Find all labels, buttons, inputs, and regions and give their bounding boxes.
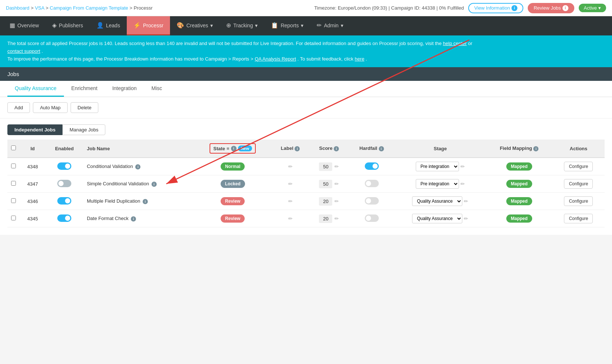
row-4346-job-name: Multiple Field Duplication i (83, 193, 194, 210)
banner-text1: The total score of all applied Processr … (7, 41, 443, 46)
active-button[interactable]: Active ▾ (579, 4, 606, 12)
row-4345-stage-select[interactable]: Quality Assurance (412, 214, 462, 223)
row-4346-configure-button[interactable]: Configure (564, 196, 593, 206)
row-4347-configure-button[interactable]: Configure (564, 179, 593, 189)
row-4348-state: Normal (194, 158, 271, 175)
manage-jobs-button[interactable]: Manage Jobs (62, 124, 105, 135)
row-4346-stage-edit-icon[interactable]: ✏ (464, 198, 468, 204)
row-4345-hardfail[interactable] (349, 210, 395, 227)
row-4348-stage-select[interactable]: Pre integration (416, 162, 459, 171)
row-4346-score-edit-icon[interactable]: ✏ (334, 198, 339, 204)
row-4346-enabled[interactable] (45, 193, 83, 210)
row-4345-stage-edit-icon[interactable]: ✏ (464, 216, 468, 222)
nav-tracking[interactable]: ⊕ Tracking ▾ (220, 16, 264, 35)
top-bar: Dashboard > VSA > Campaign From Campaign… (0, 0, 612, 16)
row-4345-checkbox[interactable] (11, 216, 16, 220)
row-4346-checkbox[interactable] (11, 198, 16, 203)
row-4348-label: ✏ (271, 158, 309, 175)
filter-icon[interactable]: ≡ (227, 146, 229, 151)
info-banner: The total score of all applied Processr … (0, 35, 612, 67)
row-4348-hardfail-toggle[interactable] (365, 162, 379, 170)
row-4346-toggle[interactable] (57, 197, 71, 205)
independent-jobs-button[interactable]: Independent Jobs (7, 124, 62, 135)
row-4345-label-edit-icon[interactable]: ✏ (288, 216, 293, 222)
row-4346-stage-select[interactable]: Quality Assurance (412, 196, 462, 206)
row-4348-score-edit-icon[interactable]: ✏ (334, 164, 339, 169)
select-all-checkbox[interactable] (11, 145, 16, 150)
row-4348-configure-button[interactable]: Configure (564, 162, 593, 171)
tab-enrichment[interactable]: Enrichment (64, 81, 105, 97)
nav-overview[interactable]: ▦ Overview (3, 16, 45, 35)
row-4347-score-edit-icon[interactable]: ✏ (334, 181, 339, 187)
row-4345-hardfail-toggle[interactable] (365, 214, 379, 222)
breadcrumb-campaign[interactable]: Campaign From Campaign Template (50, 5, 128, 11)
score-info-icon: i (334, 146, 339, 151)
row-4346-score: 20 ✏ (309, 193, 349, 210)
tab-misc[interactable]: Misc (144, 81, 170, 97)
row-4346-info-icon: i (143, 199, 148, 204)
row-4346-id: 4346 (20, 193, 45, 210)
nav-admin[interactable]: ✏ Admin ▾ (310, 16, 350, 35)
nav-processr[interactable]: ⚡ Processr (127, 16, 170, 35)
row-4345-field-mapping: Mapped (486, 210, 552, 227)
breadcrumb-vsa[interactable]: VSA (35, 5, 44, 11)
banner-here-link[interactable]: here (355, 56, 364, 62)
row-4346-hardfail-toggle[interactable] (365, 197, 379, 205)
row-4347-stage-select[interactable]: Pre integration (416, 179, 459, 189)
tab-integration[interactable]: Integration (105, 81, 144, 97)
row-4348-checkbox[interactable] (11, 164, 16, 168)
banner-text6: . (366, 56, 367, 62)
banner-qa-report-link[interactable]: QA Analysis Report (255, 56, 296, 62)
publishers-icon: ◈ (52, 22, 57, 29)
banner-text3: . (42, 48, 43, 54)
add-button[interactable]: Add (7, 102, 30, 113)
delete-button[interactable]: Delete (71, 102, 99, 113)
row-4345-score-edit-icon[interactable]: ✏ (334, 216, 339, 222)
row-4348-job-name: Conditional Validation i (83, 158, 194, 175)
row-4347-actions: Configure (552, 175, 605, 193)
row-4345-toggle[interactable] (57, 214, 71, 222)
table-row: 4347 Simple Conditional Validation i Loc… (7, 175, 605, 193)
row-4348-toggle[interactable] (57, 162, 71, 170)
row-4347-stage-edit-icon[interactable]: ✏ (460, 181, 465, 187)
banner-text4: To improve the performance of this page,… (7, 56, 255, 62)
nav-publishers[interactable]: ◈ Publishers (45, 16, 89, 35)
auto-map-button[interactable]: Auto Map (33, 102, 68, 113)
nav-overview-label: Overview (17, 23, 39, 28)
label-info-icon: i (295, 146, 300, 151)
row-4348-score-value: 50 (319, 162, 332, 171)
row-4345-configure-button[interactable]: Configure (564, 214, 593, 223)
row-4346-hardfail[interactable] (349, 193, 395, 210)
row-4348-hardfail[interactable] (349, 158, 395, 175)
row-4345-enabled[interactable] (45, 210, 83, 227)
row-4347-enabled[interactable] (45, 175, 83, 193)
row-4348-enabled[interactable] (45, 158, 83, 175)
select-all-header (7, 140, 20, 158)
row-4347-checkbox[interactable] (11, 181, 16, 186)
nav-leads[interactable]: 👤 Leads (90, 16, 127, 35)
banner-help-center-link[interactable]: help center (443, 41, 467, 46)
row-4347-toggle[interactable] (57, 180, 71, 187)
breadcrumb-dashboard[interactable]: Dashboard (6, 5, 30, 11)
nav-creatives[interactable]: 🎨 Creatives ▾ (170, 16, 220, 35)
col-job-name: Job Name (83, 140, 194, 158)
row-4348-stage-edit-icon[interactable]: ✏ (460, 164, 465, 169)
row-4345-stage: Quality Assurance ✏ (394, 210, 486, 227)
row-4347-hardfail-toggle[interactable] (365, 180, 379, 187)
nav-leads-label: Leads (106, 23, 120, 28)
view-information-button[interactable]: View Information i (468, 3, 523, 13)
nav-reports[interactable]: 📋 Reports ▾ (264, 16, 310, 35)
row-4348-label-edit-icon[interactable]: ✏ (288, 164, 293, 169)
row-4346-label-edit-icon[interactable]: ✏ (288, 198, 293, 204)
row-4348-mapped-badge: Mapped (506, 162, 532, 171)
row-4347-label-edit-icon[interactable]: ✏ (288, 181, 293, 187)
creatives-chevron-icon: ▾ (210, 23, 213, 28)
row-4347-hardfail[interactable] (349, 175, 395, 193)
chevron-down-icon: ▾ (598, 5, 601, 11)
banner-contact-support-link[interactable]: contact support (7, 48, 40, 54)
row-4348-score: 50 ✏ (309, 158, 349, 175)
row-4347-label: ✏ (271, 175, 309, 193)
review-jobs-button[interactable]: Review Jobs i (528, 3, 574, 13)
top-bar-right: Timezone: Europe/London (09:33) | Campai… (314, 3, 606, 13)
tab-quality-assurance[interactable]: Quality Assurance (7, 81, 64, 97)
